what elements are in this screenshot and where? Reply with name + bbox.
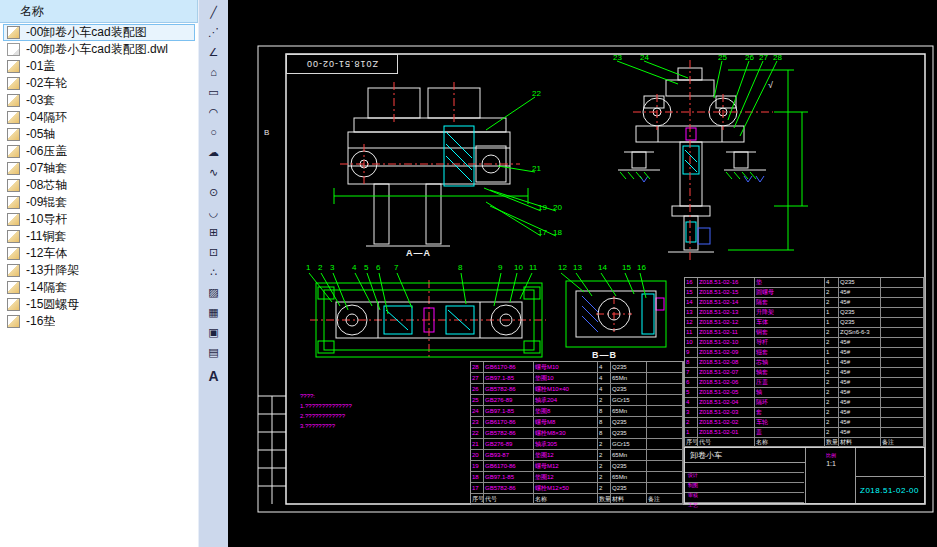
file-item[interactable]: -10导杆 <box>3 211 195 228</box>
bom-cell: 备注 <box>647 494 683 504</box>
file-item[interactable]: -13升降架 <box>3 262 195 279</box>
tool-polygon-icon[interactable]: ⌂ <box>203 64 225 80</box>
bom-cell: 7 <box>685 368 698 377</box>
callout-4: 4 <box>352 264 356 272</box>
bom-cell: Q235 <box>611 384 647 394</box>
tool-arc-icon[interactable]: ◠ <box>203 104 225 120</box>
bom-cell: Q235 <box>611 461 647 471</box>
bom-cell: 芯轴 <box>755 358 825 367</box>
file-item[interactable]: -01盖 <box>3 58 195 75</box>
bom-cell: 2 <box>825 368 839 377</box>
bom-cell: 车体 <box>755 318 825 327</box>
tool-region-icon[interactable]: ▣ <box>203 324 225 340</box>
column-header-name[interactable]: 名称 <box>0 0 198 23</box>
bom-cell: Q235 <box>839 278 881 287</box>
tool-make-block-icon[interactable]: ⊡ <box>203 244 225 260</box>
callout-1: 1 <box>306 264 310 272</box>
tool-ellipse-icon[interactable]: ⊙ <box>203 184 225 200</box>
callout-12: 12 <box>558 264 567 272</box>
file-item[interactable]: -00卸卷小车cad装配图.dwl <box>3 41 195 58</box>
note-line: 2.???????????? <box>300 411 352 421</box>
tool-table-icon[interactable]: ▤ <box>203 344 225 360</box>
bom-cell: Z018.51-02-12 <box>698 318 755 327</box>
file-item[interactable]: -07轴套 <box>3 160 195 177</box>
callout-18: 18 <box>553 229 562 237</box>
bom-row: 7Z018.51-02-07轴套245# <box>685 368 924 378</box>
file-item[interactable]: -16垫 <box>3 313 195 330</box>
tool-mtext-icon[interactable]: A <box>203 368 225 384</box>
file-item[interactable]: -04隔环 <box>3 109 195 126</box>
bom-row: 10Z018.51-02-10导杆245# <box>685 338 924 348</box>
plain-file-icon <box>7 43 20 56</box>
bom-cell: Q235 <box>611 362 647 372</box>
bom-row: 13Z018.51-02-13升降架1Q235 <box>685 308 924 318</box>
tool-point-icon[interactable]: ∴ <box>203 264 225 280</box>
file-item[interactable]: -06压盖 <box>3 143 195 160</box>
file-item[interactable]: -03套 <box>3 92 195 109</box>
bom-cell: 轴 <box>755 388 825 397</box>
bom-cell: GCr15 <box>611 439 647 449</box>
title-block-label-row: 制图 <box>685 473 804 483</box>
file-item[interactable]: -11铜套 <box>3 228 195 245</box>
tool-hatch-icon[interactable]: ▨ <box>203 284 225 300</box>
tool-construction-line-icon[interactable]: ⋰ <box>203 24 225 40</box>
bom-cell: GB97.1-85 <box>484 373 534 383</box>
callout-27: 27 <box>759 54 768 62</box>
tool-spline-icon[interactable]: ∿ <box>203 164 225 180</box>
bom-cell: 2 <box>598 483 611 493</box>
bom-cell <box>647 483 683 493</box>
bom-cell: 26 <box>471 384 484 394</box>
file-item[interactable]: -08芯轴 <box>3 177 195 194</box>
bom-cell: GB6170-86 <box>484 417 534 427</box>
file-name: -02车轮 <box>26 75 67 92</box>
bom-table-standard-parts: 28GB6170-86螺母M104Q23527GB97.1-85垫圈10465M… <box>470 361 684 504</box>
tool-line-icon[interactable]: ╱ <box>203 4 225 20</box>
callout-8: 8 <box>458 264 462 272</box>
tool-circle-icon[interactable]: ○ <box>203 124 225 140</box>
tool-revision-cloud-icon[interactable]: ☁ <box>203 144 225 160</box>
bom-cell: GB276-89 <box>484 439 534 449</box>
file-name: -11铜套 <box>26 228 66 245</box>
bom-row: 2Z018.51-02-02车轮245# <box>685 418 924 428</box>
bom-cell: 2 <box>598 461 611 471</box>
file-item[interactable]: -12车体 <box>3 245 195 262</box>
callout-14: 14 <box>598 264 607 272</box>
bom-cell: 1 <box>685 428 698 437</box>
callout-9: 9 <box>498 264 502 272</box>
file-name: -06压盖 <box>26 143 67 160</box>
file-name: -12车体 <box>26 245 67 262</box>
bom-cell <box>647 406 683 416</box>
bom-cell: 65Mn <box>611 450 647 460</box>
tool-insert-block-icon[interactable]: ⊞ <box>203 224 225 240</box>
bom-cell: 45# <box>839 368 881 377</box>
file-item[interactable]: -09辊套 <box>3 194 195 211</box>
bom-table-parts: 16Z018.51-02-16垫4Q23515Z018.51-02-15圆螺母2… <box>684 277 925 447</box>
cad-file-icon <box>7 162 20 175</box>
tool-rectangle-icon[interactable]: ▭ <box>203 84 225 100</box>
bom-cell: 12 <box>685 318 698 327</box>
file-item[interactable]: -14隔套 <box>3 279 195 296</box>
file-item[interactable]: -02车轮 <box>3 75 195 92</box>
tool-polyline-icon[interactable]: ∠ <box>203 44 225 60</box>
bom-cell: Z018.51-02-15 <box>698 288 755 297</box>
bom-cell: 代号 <box>484 494 534 504</box>
bom-cell: 28 <box>471 362 484 372</box>
bom-cell: 轴套 <box>755 368 825 377</box>
bom-cell: 2 <box>825 408 839 417</box>
file-name: -09辊套 <box>26 194 67 211</box>
file-item[interactable]: -15圆螺母 <box>3 296 195 313</box>
bom-cell: 45# <box>839 418 881 427</box>
file-name: -03套 <box>26 92 55 109</box>
tool-gradient-icon[interactable]: ▦ <box>203 304 225 320</box>
cad-canvas[interactable]: Z018.51-02-00 B √ A—A B—B 12345678910111… <box>228 0 937 547</box>
bom-cell: 2 <box>825 428 839 437</box>
file-item[interactable]: -00卸卷小车cad装配图 <box>3 24 195 41</box>
tool-ellipse-arc-icon[interactable]: ◡ <box>203 204 225 220</box>
bom-cell: 1 <box>825 348 839 357</box>
bom-cell: 2 <box>825 378 839 387</box>
bom-cell: 8 <box>685 358 698 367</box>
file-item[interactable]: -05轴 <box>3 126 195 143</box>
bom-cell: 垫圈12 <box>534 472 598 482</box>
bom-cell: 15 <box>685 288 698 297</box>
bom-row: 28GB6170-86螺母M104Q235 <box>471 362 683 373</box>
